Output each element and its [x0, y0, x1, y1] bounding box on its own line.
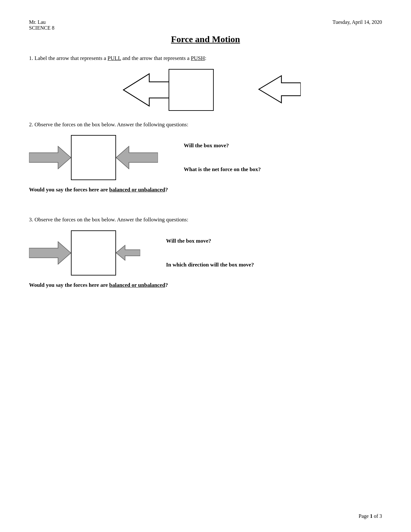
q2-right-arrow [29, 145, 71, 170]
will-box-move-label-3: Will the box move? [166, 237, 254, 245]
q1-diagram [29, 69, 382, 111]
q2-left-arrow [116, 145, 158, 170]
q2-center-box [71, 135, 116, 180]
q3-questions: Will the box move? In which direction wi… [166, 237, 254, 269]
svg-marker-6 [116, 245, 140, 260]
svg-marker-2 [259, 76, 301, 103]
q2-balanced-question: Would you say the forces here are balanc… [29, 187, 382, 193]
header-left: Mr. Lau SCIENCE 8 [29, 19, 54, 31]
direction-label: In which direction will the box move? [166, 261, 254, 269]
header: Mr. Lau SCIENCE 8 Tuesday, April 14, 202… [29, 19, 382, 31]
will-box-move-label-2: Will the box move? [184, 142, 261, 150]
q2-diagram [29, 135, 158, 180]
svg-marker-1 [123, 74, 175, 106]
date: Tuesday, April 14, 2020 [333, 19, 382, 25]
teacher-name: Mr. Lau [29, 19, 54, 25]
q1-right-group [252, 73, 301, 107]
question-3-section: 3. Observe the forces on the box below. … [29, 216, 382, 288]
q3-right-arrow-large [29, 240, 71, 266]
question-1-section: 1. Label the arrow that represents a PUL… [29, 54, 382, 111]
net-force-label: What is the net force on the box? [184, 166, 261, 173]
page-number: Page 1 of 3 [359, 513, 382, 519]
svg-marker-3 [29, 146, 71, 169]
q3-diagram [29, 230, 140, 276]
header-right: Tuesday, April 14, 2020 [333, 19, 382, 25]
q2-questions: Will the box move? What is the net force… [184, 142, 261, 173]
q1-right-arrow [252, 73, 301, 105]
svg-marker-4 [116, 146, 158, 169]
question-1-text: 1. Label the arrow that represents a PUL… [29, 54, 382, 63]
question-3-intro: 3. Observe the forces on the box below. … [29, 216, 382, 224]
question-2-section: 2. Observe the forces on the box below. … [29, 121, 382, 193]
q3-center-box [71, 230, 116, 276]
question-2-intro: 2. Observe the forces on the box below. … [29, 121, 382, 129]
q3-layout: Will the box move? In which direction wi… [29, 230, 382, 276]
q2-layout: Will the box move? What is the net force… [29, 135, 382, 180]
q1-left-arrow [111, 71, 175, 109]
svg-marker-5 [29, 242, 71, 264]
q1-left-group [111, 69, 214, 111]
q1-center-box [169, 69, 214, 111]
page-title: Force and Motion [29, 34, 382, 44]
q3-balanced-question: Would you say the forces here are balanc… [29, 282, 382, 288]
page: Mr. Lau SCIENCE 8 Tuesday, April 14, 202… [0, 0, 411, 532]
q3-left-arrow-small [116, 244, 140, 262]
class-name: SCIENCE 8 [29, 25, 54, 31]
spacer-1 [29, 206, 382, 216]
